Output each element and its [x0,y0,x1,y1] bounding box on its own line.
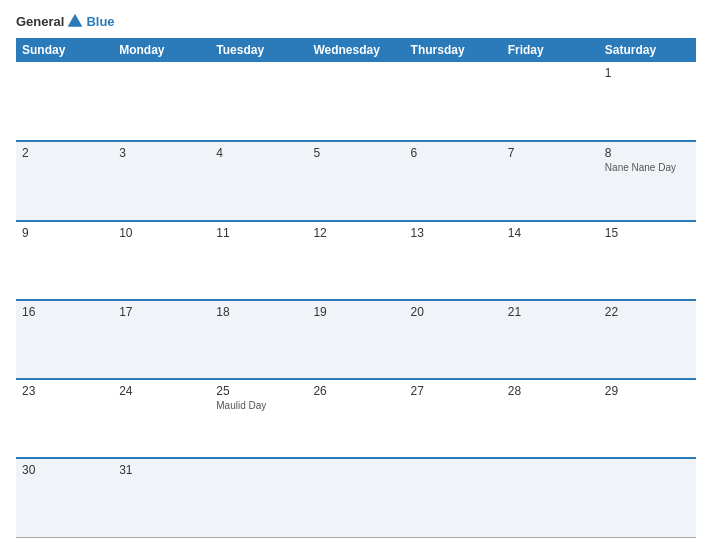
weekday-header-friday: Friday [502,38,599,62]
day-number: 25 [216,384,301,398]
page-header: GeneralBlue [16,12,696,30]
calendar-cell: 23 [16,379,113,458]
calendar-cell: 6 [405,141,502,220]
day-number: 8 [605,146,690,160]
calendar-cell: 13 [405,221,502,300]
day-number: 6 [411,146,496,160]
logo-icon [66,12,84,30]
calendar-cell: 10 [113,221,210,300]
calendar-week-row: 1 [16,62,696,141]
day-number: 26 [313,384,398,398]
calendar-cell: 1 [599,62,696,141]
calendar-cell: 11 [210,221,307,300]
day-number: 10 [119,226,204,240]
day-number: 3 [119,146,204,160]
day-number: 14 [508,226,593,240]
calendar-cell: 5 [307,141,404,220]
day-number: 18 [216,305,301,319]
calendar-cell [16,62,113,141]
calendar-cell [307,458,404,537]
calendar-week-row: 3031 [16,458,696,537]
calendar-cell: 22 [599,300,696,379]
calendar-cell [502,458,599,537]
day-number: 29 [605,384,690,398]
day-number: 22 [605,305,690,319]
day-number: 16 [22,305,107,319]
day-number: 20 [411,305,496,319]
calendar-cell: 25Maulid Day [210,379,307,458]
calendar-cell: 27 [405,379,502,458]
calendar-header: SundayMondayTuesdayWednesdayThursdayFrid… [16,38,696,62]
svg-marker-0 [68,14,83,27]
day-event: Nane Nane Day [605,162,690,173]
calendar-cell [405,62,502,141]
calendar-table: SundayMondayTuesdayWednesdayThursdayFrid… [16,38,696,538]
day-number: 4 [216,146,301,160]
day-number: 12 [313,226,398,240]
weekday-header-saturday: Saturday [599,38,696,62]
calendar-cell: 15 [599,221,696,300]
calendar-cell: 2 [16,141,113,220]
calendar-cell: 17 [113,300,210,379]
day-number: 17 [119,305,204,319]
logo-blue-text: Blue [86,14,114,29]
weekday-header-tuesday: Tuesday [210,38,307,62]
day-event: Maulid Day [216,400,301,411]
calendar-cell: 9 [16,221,113,300]
calendar-cell: 31 [113,458,210,537]
calendar-cell: 18 [210,300,307,379]
calendar-cell: 14 [502,221,599,300]
calendar-cell: 16 [16,300,113,379]
weekday-header-monday: Monday [113,38,210,62]
calendar-cell: 28 [502,379,599,458]
calendar-cell [210,458,307,537]
day-number: 13 [411,226,496,240]
calendar-week-row: 16171819202122 [16,300,696,379]
calendar-week-row: 9101112131415 [16,221,696,300]
day-number: 2 [22,146,107,160]
day-number: 30 [22,463,107,477]
logo: GeneralBlue [16,12,115,30]
day-number: 15 [605,226,690,240]
day-number: 7 [508,146,593,160]
day-number: 1 [605,66,690,80]
calendar-cell [405,458,502,537]
weekday-header-sunday: Sunday [16,38,113,62]
calendar-cell [307,62,404,141]
day-number: 27 [411,384,496,398]
calendar-cell [113,62,210,141]
calendar-cell: 29 [599,379,696,458]
day-number: 19 [313,305,398,319]
calendar-cell: 20 [405,300,502,379]
calendar-cell: 19 [307,300,404,379]
day-number: 9 [22,226,107,240]
calendar-cell [210,62,307,141]
calendar-week-row: 232425Maulid Day26272829 [16,379,696,458]
calendar-cell: 4 [210,141,307,220]
calendar-cell [502,62,599,141]
calendar-page: GeneralBlue SundayMondayTuesdayWednesday… [0,0,712,550]
calendar-cell: 26 [307,379,404,458]
day-number: 24 [119,384,204,398]
calendar-cell: 21 [502,300,599,379]
day-number: 28 [508,384,593,398]
calendar-cell: 12 [307,221,404,300]
logo-general-text: General [16,14,64,29]
day-number: 23 [22,384,107,398]
day-number: 5 [313,146,398,160]
weekday-header-row: SundayMondayTuesdayWednesdayThursdayFrid… [16,38,696,62]
calendar-cell [599,458,696,537]
day-number: 31 [119,463,204,477]
calendar-week-row: 2345678Nane Nane Day [16,141,696,220]
calendar-cell: 24 [113,379,210,458]
calendar-cell: 3 [113,141,210,220]
day-number: 21 [508,305,593,319]
calendar-body: 12345678Nane Nane Day9101112131415161718… [16,62,696,538]
calendar-cell: 30 [16,458,113,537]
calendar-cell: 8Nane Nane Day [599,141,696,220]
weekday-header-wednesday: Wednesday [307,38,404,62]
weekday-header-thursday: Thursday [405,38,502,62]
day-number: 11 [216,226,301,240]
calendar-cell: 7 [502,141,599,220]
